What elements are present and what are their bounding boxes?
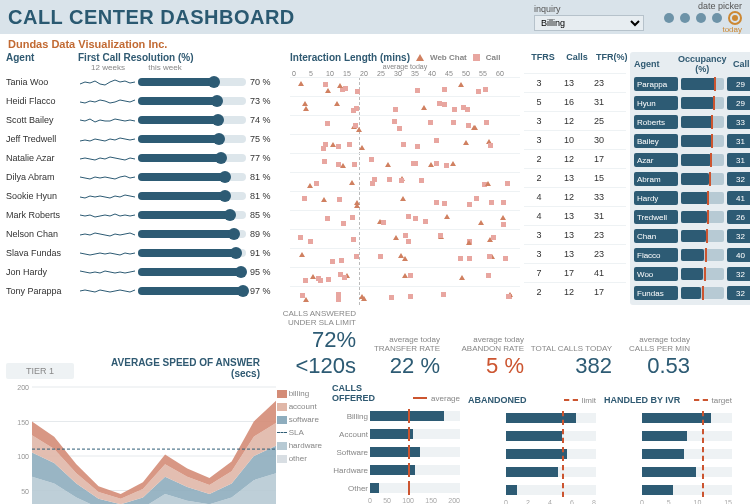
col-fcr: First Call Resolution (%)	[78, 52, 286, 63]
legend-call: Call	[486, 53, 501, 62]
sparkline	[78, 112, 138, 128]
agent-row: Slava Fundas 91 %	[6, 243, 286, 262]
date-dot[interactable]	[712, 13, 722, 23]
tfr-row: 21217	[524, 282, 626, 301]
date-dot[interactable]	[680, 13, 690, 23]
agent-row: Heidi Flacco 73 %	[6, 91, 286, 110]
fcr-slider[interactable]	[138, 268, 246, 276]
inquiry-label: inquiry	[534, 4, 644, 14]
calls-header: CALLS	[332, 383, 460, 393]
svg-text:100: 100	[17, 453, 29, 460]
agent-row: Tony Parappa 97 %	[6, 281, 286, 300]
agent-name: Nelson Chan	[6, 229, 78, 239]
agent-chip[interactable]: Chan	[634, 229, 678, 243]
agent-chip[interactable]: Parappa	[634, 77, 678, 91]
bar-row	[604, 409, 732, 427]
fcr-slider[interactable]	[138, 173, 246, 181]
page-title: CALL CENTER DASHBOARD	[8, 6, 318, 29]
agent-chip[interactable]: Roberts	[634, 115, 678, 129]
agent-chip[interactable]: Flacco	[634, 248, 678, 262]
tier-chip[interactable]: TIER 1	[6, 363, 74, 379]
col-calls: Calls	[562, 52, 592, 62]
tfr-row: 21217	[524, 149, 626, 168]
agent-chip[interactable]: Bailey	[634, 134, 678, 148]
fcr-slider[interactable]	[138, 116, 246, 124]
fcr-slider[interactable]	[138, 211, 246, 219]
agent-name: Jeff Tredwell	[6, 134, 78, 144]
fcr-slider[interactable]	[138, 154, 246, 162]
inquiry-select[interactable]: Billing	[534, 15, 644, 31]
bar-row	[468, 427, 596, 445]
sparkline	[78, 150, 138, 166]
fcr-pct: 85 %	[246, 210, 280, 220]
agent-chip[interactable]: Abram	[634, 172, 678, 186]
calls-chip: 33	[727, 115, 750, 129]
agent-chip[interactable]: Hardy	[634, 191, 678, 205]
fcr-slider[interactable]	[138, 230, 246, 238]
kpi-row: TIER 1 AVERAGE SPEED OF ANSWER (secs) CA…	[0, 305, 750, 383]
occupancy-row: Roberts 33	[634, 113, 750, 131]
fcr-slider[interactable]	[138, 135, 246, 143]
date-dot-today[interactable]	[728, 11, 742, 25]
avg-today-label: average today	[290, 63, 520, 70]
interaction-row	[290, 191, 520, 210]
agent-name: Sookie Hyun	[6, 191, 78, 201]
agent-row: Scott Bailey 74 %	[6, 110, 286, 129]
bar-row	[468, 409, 596, 427]
fcr-pct: 91 %	[246, 248, 280, 258]
date-dot[interactable]	[664, 13, 674, 23]
interaction-row	[290, 229, 520, 248]
agent-name: Jon Hardy	[6, 267, 78, 277]
agent-fcr-panel: Agent First Call Resolution (%) 12 weeks…	[6, 52, 286, 305]
fcr-slider[interactable]	[138, 287, 246, 295]
fcr-pct: 81 %	[246, 191, 280, 201]
agent-name: Scott Bailey	[6, 115, 78, 125]
bar-row: Billing	[332, 407, 460, 425]
agent-name: Slava Fundas	[6, 248, 78, 258]
inquiry-filter: inquiry Billing	[534, 4, 644, 31]
date-picker: date picker today	[664, 1, 742, 34]
calls-chip: 32	[727, 172, 750, 186]
svg-text:200: 200	[17, 384, 29, 391]
agent-row: Dilya Abram 81 %	[6, 167, 286, 186]
sparkline	[78, 93, 138, 109]
kpi-transfer-val: 22 %	[362, 353, 440, 379]
kpi-total-val: 382	[530, 353, 612, 379]
calls-chip: 26	[727, 210, 750, 224]
kpi-abandon-lbl: ABANDON RATE	[461, 344, 524, 353]
fcr-pct: 81 %	[246, 172, 280, 182]
fcr-slider[interactable]	[138, 78, 246, 86]
asa-heading: AVERAGE SPEED OF ANSWER (secs)	[80, 357, 260, 379]
agent-name: Heidi Flacco	[6, 96, 78, 106]
agent-name: Natalie Azar	[6, 153, 78, 163]
target-line-icon	[694, 399, 708, 401]
fcr-pct: 89 %	[246, 229, 280, 239]
kpi-transfer-lbl: TRANSFER RATE	[374, 344, 440, 353]
col-tfrpct: TFR(%)	[596, 52, 626, 62]
fcr-pct: 75 %	[246, 134, 280, 144]
bar-row	[604, 445, 732, 463]
calls-chip: 40	[727, 248, 750, 262]
tfr-row: 51631	[524, 92, 626, 111]
agent-chip[interactable]: Azar	[634, 153, 678, 167]
fcr-slider[interactable]	[138, 97, 246, 105]
fcr-slider[interactable]	[138, 249, 246, 257]
fcr-slider[interactable]	[138, 192, 246, 200]
avg-line-icon	[413, 397, 427, 399]
agent-chip[interactable]: Hyun	[634, 96, 678, 110]
interaction-row	[290, 286, 520, 305]
agent-chip[interactable]: Tredwell	[634, 210, 678, 224]
limit-line-icon	[564, 399, 578, 401]
interaction-row	[290, 115, 520, 134]
tfr-row: 71741	[524, 263, 626, 282]
occupancy-row: Bailey 31	[634, 132, 750, 150]
calls-chip: 32	[727, 267, 750, 281]
date-dot[interactable]	[696, 13, 706, 23]
bar-row	[604, 427, 732, 445]
agent-chip[interactable]: Fundas	[634, 286, 678, 300]
agent-chip[interactable]: Woo	[634, 267, 678, 281]
tfr-row: 31323	[524, 225, 626, 244]
abandoned-title: ABANDONED	[468, 395, 527, 405]
tfr-row: 41233	[524, 187, 626, 206]
top-bar: CALL CENTER DASHBOARD inquiry Billing da…	[0, 0, 750, 34]
